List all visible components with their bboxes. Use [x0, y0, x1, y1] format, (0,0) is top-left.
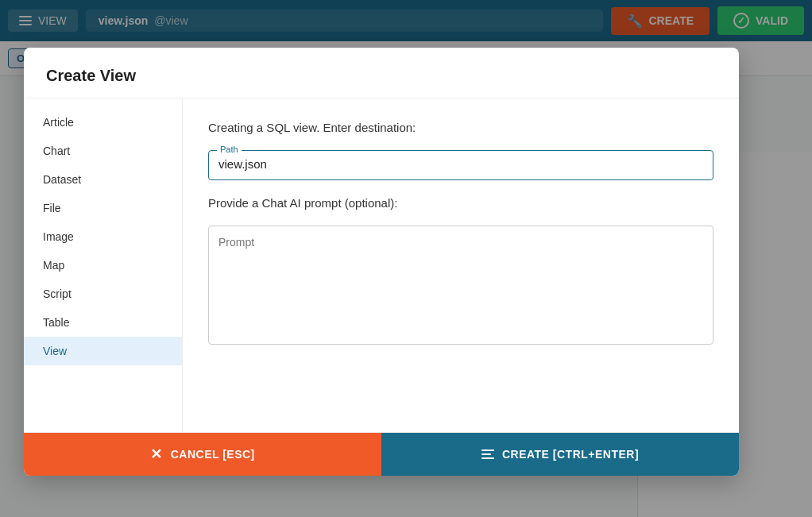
modal-right-content: Creating a SQL view. Enter destination: …: [183, 98, 739, 432]
modal-body: Article Chart Dataset File Image Map Scr…: [24, 98, 739, 432]
form-description: Creating a SQL view. Enter destination:: [208, 121, 713, 134]
cancel-button[interactable]: ✕ CANCEL [ESC]: [24, 433, 381, 476]
create-view-modal: Create View Article Chart Dataset File I…: [24, 48, 739, 476]
prompt-description: Provide a Chat AI prompt (optional):: [208, 196, 713, 210]
sidebar-item-file[interactable]: File: [24, 194, 182, 222]
path-input[interactable]: [218, 152, 703, 171]
path-label: Path: [217, 145, 242, 154]
modal-sidebar: Article Chart Dataset File Image Map Scr…: [24, 98, 183, 432]
modal-title: Create View: [46, 67, 717, 85]
sidebar-item-table[interactable]: Table: [24, 308, 182, 337]
sidebar-item-image[interactable]: Image: [24, 222, 182, 251]
prompt-textarea[interactable]: [208, 226, 713, 345]
modal-header: Create View: [24, 48, 739, 98]
modal-overlay: Create View Article Chart Dataset File I…: [0, 0, 812, 517]
sidebar-item-chart[interactable]: Chart: [24, 137, 182, 165]
sidebar-item-dataset[interactable]: Dataset: [24, 165, 182, 194]
sidebar-item-script[interactable]: Script: [24, 280, 182, 308]
lines-icon: [481, 449, 494, 459]
modal-footer: ✕ CANCEL [ESC] CREATE [CTRL+ENTER]: [24, 432, 739, 476]
sidebar-item-article[interactable]: Article: [24, 108, 182, 137]
sidebar-item-view[interactable]: View: [24, 337, 182, 365]
sidebar-item-map[interactable]: Map: [24, 251, 182, 280]
cancel-x-icon: ✕: [150, 446, 163, 463]
create-modal-button[interactable]: CREATE [CTRL+ENTER]: [381, 433, 739, 476]
path-input-wrapper[interactable]: Path: [208, 150, 713, 180]
cancel-label: CANCEL [ESC]: [171, 448, 255, 461]
create-modal-label: CREATE [CTRL+ENTER]: [502, 448, 639, 461]
